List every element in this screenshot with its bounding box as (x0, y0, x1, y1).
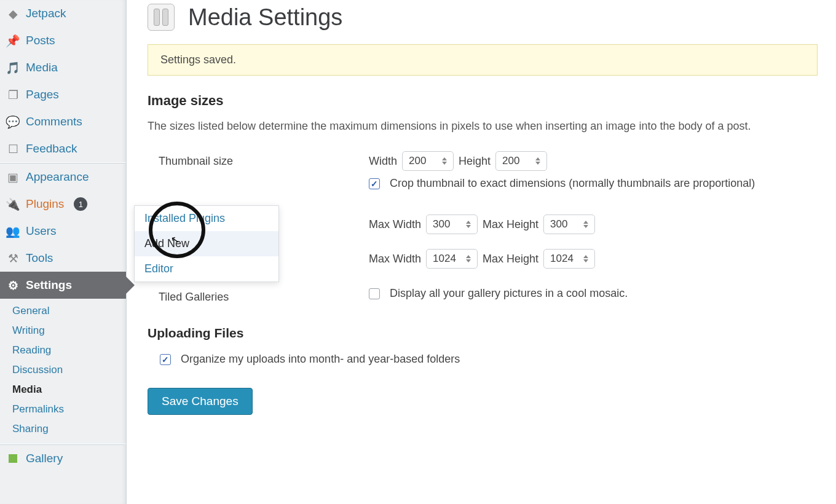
medium-max-width-input[interactable]: 300 (426, 215, 478, 234)
flyout-installed-plugins[interactable]: Installed Plugins (135, 206, 278, 231)
thumbnail-width-input[interactable]: 200 (402, 151, 454, 171)
tools-icon: ⚒ (6, 251, 20, 265)
submenu-media[interactable]: Media (11, 380, 126, 400)
label-tiled-mosaic: Display all your gallery pictures in a c… (390, 287, 628, 300)
value: 200 (409, 155, 426, 167)
plugins-icon: 🔌 (6, 197, 20, 211)
image-sizes-description: The sizes listed below determine the max… (148, 120, 799, 133)
sidebar-item-appearance[interactable]: ▣ Appearance (0, 163, 126, 191)
page-title: Media Settings (188, 4, 342, 31)
sidebar-label: Pages (26, 88, 59, 101)
large-max-width-input[interactable]: 1024 (426, 249, 478, 269)
submenu-permalinks[interactable]: Permalinks (11, 400, 126, 419)
submenu-writing[interactable]: Writing (11, 321, 126, 341)
stepper-icon[interactable] (466, 221, 473, 228)
heading-image-sizes: Image sizes (148, 93, 818, 109)
users-icon: 👥 (6, 224, 20, 238)
gallery-icon (6, 452, 20, 465)
stepper-icon[interactable] (583, 221, 591, 228)
sidebar-label: Feedback (26, 142, 77, 156)
sidebar-label: Appearance (26, 170, 89, 184)
settings-icon: ⚙ (6, 278, 20, 292)
feedback-icon: ☐ (6, 142, 20, 156)
sidebar-item-plugins[interactable]: 🔌 Plugins 1 (0, 191, 126, 218)
stepper-icon[interactable] (535, 157, 543, 165)
value: 300 (550, 218, 567, 230)
value: 1024 (550, 253, 574, 265)
label-max-height: Max Height (483, 253, 538, 266)
comments-icon: 💬 (6, 115, 20, 128)
sidebar-item-pages[interactable]: ❐ Pages (0, 81, 126, 108)
flyout-add-new[interactable]: Add New (135, 231, 278, 256)
media-icon: 🎵 (6, 61, 20, 74)
sidebar-item-settings[interactable]: ⚙ Settings (0, 272, 126, 299)
appearance-icon: ▣ (6, 170, 20, 184)
sidebar-item-feedback[interactable]: ☐ Feedback (0, 135, 126, 162)
sidebar-label: Users (26, 224, 57, 238)
label-thumbnail-size: Thumbnail size (148, 151, 369, 168)
sidebar-label: Settings (26, 278, 72, 292)
stepper-icon[interactable] (466, 255, 473, 262)
page-icon-media-settings (148, 4, 175, 31)
pin-icon: 📌 (6, 34, 20, 47)
label-tiled-galleries: Tiled Galleries (148, 287, 369, 304)
submenu-general[interactable]: General (11, 301, 126, 321)
stepper-icon[interactable] (442, 157, 449, 165)
sidebar-item-tools[interactable]: ⚒ Tools (0, 245, 126, 272)
checkbox-organize-uploads[interactable] (160, 354, 171, 365)
value: 300 (433, 218, 450, 230)
pages-icon: ❐ (6, 88, 20, 101)
large-max-height-input[interactable]: 1024 (543, 249, 595, 269)
stepper-icon[interactable] (583, 255, 591, 262)
submenu-reading[interactable]: Reading (11, 341, 126, 360)
submenu-sharing[interactable]: Sharing (11, 419, 126, 439)
value: 200 (502, 155, 519, 167)
plugins-flyout-menu: Installed Plugins Add New Editor (134, 205, 279, 282)
sidebar-label: Media (26, 61, 58, 74)
label-width: Width (369, 155, 397, 168)
admin-sidebar: ◆ Jetpack 📌 Posts 🎵 Media ❐ Pages 💬 Comm… (0, 0, 127, 504)
sidebar-label: Posts (26, 34, 55, 47)
label-crop-thumbnail: Crop thumbnail to exact dimensions (norm… (390, 177, 755, 190)
save-changes-button[interactable]: Save Changes (148, 388, 253, 415)
sidebar-label: Jetpack (26, 7, 66, 20)
sidebar-label: Gallery (26, 452, 63, 465)
sidebar-label: Tools (26, 251, 53, 265)
sidebar-item-media[interactable]: 🎵 Media (0, 54, 126, 81)
sidebar-item-posts[interactable]: 📌 Posts (0, 27, 126, 54)
label-organize-uploads: Organize my uploads into month- and year… (181, 353, 460, 366)
sidebar-label: Plugins (26, 197, 64, 211)
submenu-discussion[interactable]: Discussion (11, 360, 126, 380)
sidebar-item-users[interactable]: 👥 Users (0, 218, 126, 245)
heading-uploading-files: Uploading Files (148, 326, 818, 341)
sidebar-item-gallery[interactable]: Gallery (0, 445, 126, 472)
value: 1024 (433, 253, 456, 265)
sidebar-item-jetpack[interactable]: ◆ Jetpack (0, 0, 126, 27)
medium-max-height-input[interactable]: 300 (543, 215, 595, 234)
checkbox-crop-thumbnail[interactable] (369, 178, 380, 189)
sidebar-item-comments[interactable]: 💬 Comments (0, 108, 126, 135)
label-height: Height (459, 155, 491, 168)
settings-saved-notice: Settings saved. (148, 44, 818, 76)
flyout-editor[interactable]: Editor (135, 256, 278, 282)
plugins-update-badge: 1 (74, 197, 87, 211)
label-max-width: Max Width (369, 253, 421, 266)
settings-submenu: General Writing Reading Discussion Media… (0, 299, 126, 444)
checkbox-tiled-galleries[interactable] (369, 288, 380, 299)
label-max-width: Max Width (369, 218, 421, 231)
jetpack-icon: ◆ (6, 7, 20, 20)
label-max-height: Max Height (483, 218, 538, 231)
thumbnail-height-input[interactable]: 200 (495, 151, 547, 171)
sidebar-label: Comments (26, 115, 82, 128)
